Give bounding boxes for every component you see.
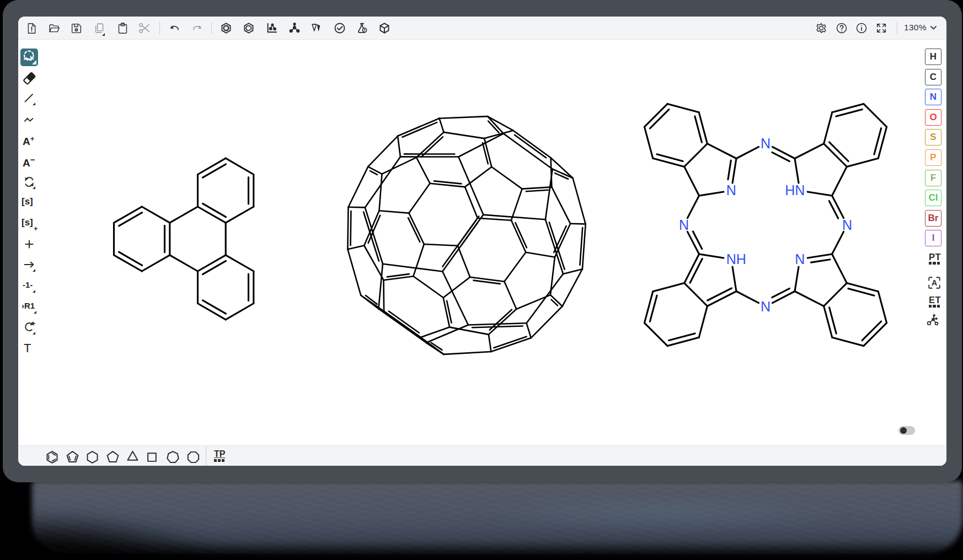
svg-text:N: N xyxy=(842,217,852,233)
svg-text:HN: HN xyxy=(785,182,805,198)
svg-text:N: N xyxy=(679,217,689,233)
svg-text:N: N xyxy=(761,299,771,314)
svg-text:NH: NH xyxy=(726,251,746,267)
svg-text:N: N xyxy=(726,182,736,198)
svg-text:N: N xyxy=(795,251,805,267)
svg-text:N: N xyxy=(761,136,771,151)
svg-text:A: A xyxy=(932,278,937,287)
